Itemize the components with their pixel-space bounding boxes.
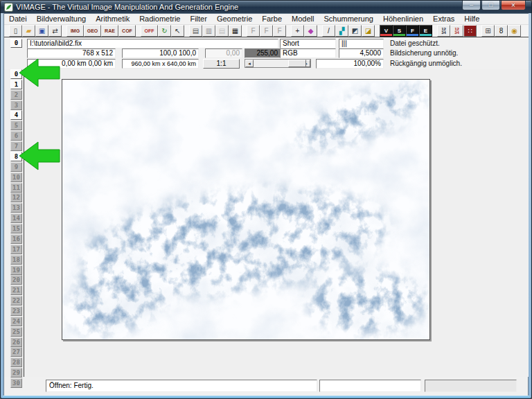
file-path-field[interactable]: I:\tutorial\bild2.fix (27, 39, 278, 48)
minimize-button[interactable]: – (462, 1, 481, 10)
slot-button-21[interactable]: 21 (10, 285, 22, 295)
slot-button-17[interactable]: 17 (10, 245, 22, 254)
crosshair-button[interactable]: + (291, 25, 304, 37)
image-size-field[interactable]: 768 x 512 (27, 48, 116, 58)
diagonal-line-button[interactable]: / (322, 25, 335, 37)
slot-button-30[interactable]: 30 (10, 378, 22, 388)
slot-button-19[interactable]: 19 (10, 265, 22, 275)
slot-button-22[interactable]: 22 (10, 296, 22, 305)
slot-button-1[interactable]: 1 (10, 80, 22, 89)
channel-v-button[interactable]: V (380, 25, 393, 37)
table-lines-button[interactable]: ▤ (189, 25, 202, 37)
palette-grid-button[interactable]: ◉ (508, 25, 521, 37)
menu-arithmetik[interactable]: Arithmetik (91, 14, 134, 24)
channel-s-button[interactable]: S (393, 25, 406, 37)
map-image-view[interactable] (62, 79, 430, 340)
slot-button-7[interactable]: 7 (10, 141, 22, 151)
max-value-field[interactable]: 255,00 (245, 48, 281, 58)
menu-datei[interactable]: Datei (4, 14, 32, 24)
grid-button[interactable]: ⊞ (481, 25, 495, 37)
slot-button-13[interactable]: 13 (10, 203, 22, 213)
frame-f1-button[interactable]: F (247, 25, 260, 37)
slot-button-27[interactable]: 27 (10, 347, 22, 357)
menu-bildverwaltung[interactable]: Bildverwaltung (32, 14, 91, 24)
menu-modell[interactable]: Modell (287, 14, 319, 24)
pages-12-34-red-button[interactable]: 12 34 (450, 25, 463, 37)
slot-button-8[interactable]: 8 (10, 152, 22, 161)
pages-12-34-button[interactable]: 12 34 (437, 25, 450, 37)
scroll-left-icon[interactable]: ◄ (245, 60, 254, 67)
channel-f-button[interactable]: F (406, 25, 419, 37)
slot-button-28[interactable]: 28 (10, 357, 22, 367)
slot-button-20[interactable]: 20 (10, 275, 22, 285)
ratio-button[interactable]: 1:1 (203, 59, 240, 69)
random-button[interactable]: ∷ (463, 25, 477, 37)
slot-button-10[interactable]: 10 (10, 172, 22, 182)
fill-mode-field[interactable]: ||| (339, 39, 384, 48)
slot-button-11[interactable]: 11 (10, 183, 22, 193)
resolution-field[interactable]: 100,0 100,0 (122, 48, 199, 58)
slot-button-5[interactable]: 5 (10, 121, 22, 130)
pixel-type-field[interactable]: Short (280, 39, 336, 48)
off-button[interactable]: OFF (141, 25, 158, 37)
menu-schummerung[interactable]: Schummerung (319, 14, 378, 24)
zoom-scrollbar[interactable]: ◄ ► (245, 59, 311, 68)
table-frame-button[interactable]: ▥ (202, 25, 215, 37)
color-mode-field[interactable]: RGB (280, 48, 336, 58)
slot-button-6[interactable]: 6 (10, 131, 22, 141)
menu-hilfe[interactable]: Hilfe (459, 14, 484, 24)
slot-button-24[interactable]: 24 (10, 317, 22, 326)
menu-filter[interactable]: Filter (185, 14, 211, 24)
scroll-thumb[interactable] (288, 60, 306, 67)
import-export-button[interactable]: ⇄ (48, 25, 62, 37)
extent-field[interactable]: 960,00 km x 640,00 km (122, 59, 199, 69)
close-button[interactable]: × (501, 1, 526, 10)
table-faded-button[interactable]: ▤ (215, 25, 229, 37)
slot-button-0[interactable]: 0 (10, 69, 22, 79)
scroll-track[interactable] (254, 60, 302, 67)
slot-button-12[interactable]: 12 (10, 193, 22, 202)
grid-8-button[interactable]: 8 (495, 25, 508, 37)
position-field[interactable]: 0,00 km 0,00 km (27, 59, 116, 69)
zoom-percent-field[interactable]: 100,00% (316, 59, 384, 69)
toolbar-group-tools: +◆ (291, 25, 317, 37)
maximize-button[interactable]: □ (481, 1, 500, 10)
slot-button-25[interactable]: 25 (10, 327, 22, 337)
slot-button-3[interactable]: 3 (10, 100, 22, 110)
slot-button-23[interactable]: 23 (10, 306, 22, 316)
channel-e-button[interactable]: E (419, 25, 432, 37)
diagonal-yellow-button[interactable]: ◪ (362, 25, 375, 37)
frame-f2-button[interactable]: F (260, 25, 273, 37)
pointer-icon[interactable]: ↖ (171, 25, 184, 37)
slot-button-18[interactable]: 18 (10, 255, 22, 265)
slot-button-16[interactable]: 16 (10, 234, 22, 244)
slot-button-26[interactable]: 26 (10, 337, 22, 347)
slot-button-15[interactable]: 15 (10, 224, 22, 233)
color-palette-button[interactable]: ◆ (304, 25, 317, 37)
slot-button-2[interactable]: 2 (10, 90, 22, 100)
slot-button-9[interactable]: 9 (10, 162, 22, 172)
table-dark-button[interactable]: ▦ (229, 25, 242, 37)
menu-radiometrie[interactable]: Radiometrie (134, 14, 185, 24)
slot-button-4[interactable]: 4 (10, 110, 22, 120)
open-folder-button[interactable]: ▰ (22, 25, 35, 37)
img-format-button[interactable]: IMG (66, 25, 84, 37)
diagonal-half-button[interactable]: ◩ (348, 25, 362, 37)
rae-format-button[interactable]: RAE (101, 25, 118, 37)
menu-geometrie[interactable]: Geometrie (212, 14, 257, 24)
menu-extras[interactable]: Extras (428, 14, 459, 24)
menu-hhenlinien[interactable]: Höhenlinien (378, 14, 428, 24)
slot-button-29[interactable]: 29 (10, 368, 22, 378)
diagonal-multi-button[interactable]: ▞ (335, 25, 348, 37)
status-field-3 (425, 380, 517, 392)
geo-format-button[interactable]: GEO (84, 25, 101, 37)
min-value-field[interactable]: 0,00 (205, 48, 242, 58)
slot-button-14[interactable]: 14 (10, 213, 22, 223)
frame-f3-button[interactable]: F (273, 25, 286, 37)
factor-field[interactable]: 4,5000 (339, 48, 384, 58)
cof-format-button[interactable]: COF (118, 25, 136, 37)
save-button[interactable]: ▣ (35, 25, 48, 37)
refresh-icon[interactable]: ↻ (158, 25, 171, 37)
menu-farbe[interactable]: Farbe (257, 14, 287, 24)
new-file-button[interactable]: ▯ (9, 25, 22, 37)
